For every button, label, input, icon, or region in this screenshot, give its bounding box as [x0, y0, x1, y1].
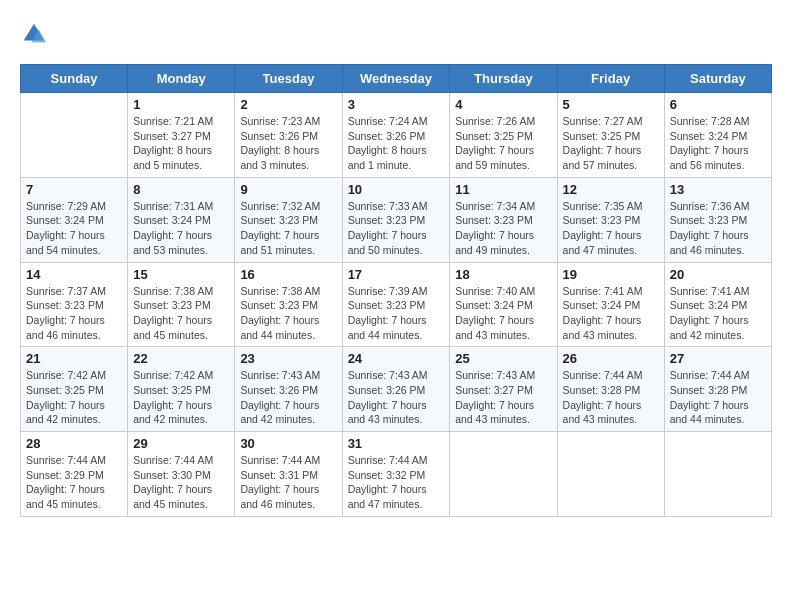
day-info: Sunrise: 7:44 AM Sunset: 3:28 PM Dayligh… [670, 368, 766, 427]
day-number: 27 [670, 351, 766, 366]
weekday-header-wednesday: Wednesday [342, 65, 450, 93]
day-number: 6 [670, 97, 766, 112]
day-info: Sunrise: 7:38 AM Sunset: 3:23 PM Dayligh… [133, 284, 229, 343]
day-info: Sunrise: 7:36 AM Sunset: 3:23 PM Dayligh… [670, 199, 766, 258]
day-number: 7 [26, 182, 122, 197]
calendar-cell: 29Sunrise: 7:44 AM Sunset: 3:30 PM Dayli… [128, 432, 235, 517]
day-number: 15 [133, 267, 229, 282]
day-number: 28 [26, 436, 122, 451]
day-info: Sunrise: 7:43 AM Sunset: 3:26 PM Dayligh… [240, 368, 336, 427]
day-info: Sunrise: 7:41 AM Sunset: 3:24 PM Dayligh… [670, 284, 766, 343]
calendar-table: SundayMondayTuesdayWednesdayThursdayFrid… [20, 64, 772, 517]
day-number: 24 [348, 351, 445, 366]
day-number: 8 [133, 182, 229, 197]
calendar-cell: 13Sunrise: 7:36 AM Sunset: 3:23 PM Dayli… [664, 177, 771, 262]
day-number: 14 [26, 267, 122, 282]
calendar-week-3: 14Sunrise: 7:37 AM Sunset: 3:23 PM Dayli… [21, 262, 772, 347]
day-info: Sunrise: 7:43 AM Sunset: 3:27 PM Dayligh… [455, 368, 551, 427]
calendar-week-5: 28Sunrise: 7:44 AM Sunset: 3:29 PM Dayli… [21, 432, 772, 517]
weekday-header-monday: Monday [128, 65, 235, 93]
day-number: 4 [455, 97, 551, 112]
day-number: 13 [670, 182, 766, 197]
day-number: 3 [348, 97, 445, 112]
calendar-cell: 24Sunrise: 7:43 AM Sunset: 3:26 PM Dayli… [342, 347, 450, 432]
calendar-cell: 20Sunrise: 7:41 AM Sunset: 3:24 PM Dayli… [664, 262, 771, 347]
day-number: 5 [563, 97, 659, 112]
calendar-cell: 23Sunrise: 7:43 AM Sunset: 3:26 PM Dayli… [235, 347, 342, 432]
day-number: 30 [240, 436, 336, 451]
day-info: Sunrise: 7:31 AM Sunset: 3:24 PM Dayligh… [133, 199, 229, 258]
calendar-cell: 15Sunrise: 7:38 AM Sunset: 3:23 PM Dayli… [128, 262, 235, 347]
calendar-cell: 3Sunrise: 7:24 AM Sunset: 3:26 PM Daylig… [342, 93, 450, 178]
logo [20, 20, 52, 48]
day-info: Sunrise: 7:28 AM Sunset: 3:24 PM Dayligh… [670, 114, 766, 173]
day-info: Sunrise: 7:26 AM Sunset: 3:25 PM Dayligh… [455, 114, 551, 173]
calendar-week-1: 1Sunrise: 7:21 AM Sunset: 3:27 PM Daylig… [21, 93, 772, 178]
day-info: Sunrise: 7:23 AM Sunset: 3:26 PM Dayligh… [240, 114, 336, 173]
calendar-cell: 11Sunrise: 7:34 AM Sunset: 3:23 PM Dayli… [450, 177, 557, 262]
calendar-cell: 6Sunrise: 7:28 AM Sunset: 3:24 PM Daylig… [664, 93, 771, 178]
calendar-week-2: 7Sunrise: 7:29 AM Sunset: 3:24 PM Daylig… [21, 177, 772, 262]
day-info: Sunrise: 7:33 AM Sunset: 3:23 PM Dayligh… [348, 199, 445, 258]
day-info: Sunrise: 7:44 AM Sunset: 3:31 PM Dayligh… [240, 453, 336, 512]
day-number: 1 [133, 97, 229, 112]
day-number: 19 [563, 267, 659, 282]
calendar-cell: 27Sunrise: 7:44 AM Sunset: 3:28 PM Dayli… [664, 347, 771, 432]
calendar-cell: 4Sunrise: 7:26 AM Sunset: 3:25 PM Daylig… [450, 93, 557, 178]
day-info: Sunrise: 7:34 AM Sunset: 3:23 PM Dayligh… [455, 199, 551, 258]
day-info: Sunrise: 7:41 AM Sunset: 3:24 PM Dayligh… [563, 284, 659, 343]
calendar-cell: 30Sunrise: 7:44 AM Sunset: 3:31 PM Dayli… [235, 432, 342, 517]
day-info: Sunrise: 7:37 AM Sunset: 3:23 PM Dayligh… [26, 284, 122, 343]
calendar-cell: 2Sunrise: 7:23 AM Sunset: 3:26 PM Daylig… [235, 93, 342, 178]
day-number: 10 [348, 182, 445, 197]
day-number: 20 [670, 267, 766, 282]
calendar-cell: 7Sunrise: 7:29 AM Sunset: 3:24 PM Daylig… [21, 177, 128, 262]
day-number: 2 [240, 97, 336, 112]
calendar-cell: 22Sunrise: 7:42 AM Sunset: 3:25 PM Dayli… [128, 347, 235, 432]
day-info: Sunrise: 7:44 AM Sunset: 3:29 PM Dayligh… [26, 453, 122, 512]
calendar-cell [450, 432, 557, 517]
calendar-cell: 28Sunrise: 7:44 AM Sunset: 3:29 PM Dayli… [21, 432, 128, 517]
calendar-cell: 10Sunrise: 7:33 AM Sunset: 3:23 PM Dayli… [342, 177, 450, 262]
calendar-cell: 12Sunrise: 7:35 AM Sunset: 3:23 PM Dayli… [557, 177, 664, 262]
weekday-header-sunday: Sunday [21, 65, 128, 93]
calendar-cell: 17Sunrise: 7:39 AM Sunset: 3:23 PM Dayli… [342, 262, 450, 347]
calendar-cell: 31Sunrise: 7:44 AM Sunset: 3:32 PM Dayli… [342, 432, 450, 517]
day-info: Sunrise: 7:43 AM Sunset: 3:26 PM Dayligh… [348, 368, 445, 427]
day-number: 29 [133, 436, 229, 451]
day-info: Sunrise: 7:42 AM Sunset: 3:25 PM Dayligh… [133, 368, 229, 427]
calendar-cell: 8Sunrise: 7:31 AM Sunset: 3:24 PM Daylig… [128, 177, 235, 262]
calendar-cell: 21Sunrise: 7:42 AM Sunset: 3:25 PM Dayli… [21, 347, 128, 432]
day-info: Sunrise: 7:35 AM Sunset: 3:23 PM Dayligh… [563, 199, 659, 258]
calendar-cell: 19Sunrise: 7:41 AM Sunset: 3:24 PM Dayli… [557, 262, 664, 347]
calendar-cell: 26Sunrise: 7:44 AM Sunset: 3:28 PM Dayli… [557, 347, 664, 432]
calendar-cell: 1Sunrise: 7:21 AM Sunset: 3:27 PM Daylig… [128, 93, 235, 178]
day-info: Sunrise: 7:27 AM Sunset: 3:25 PM Dayligh… [563, 114, 659, 173]
day-info: Sunrise: 7:21 AM Sunset: 3:27 PM Dayligh… [133, 114, 229, 173]
day-number: 16 [240, 267, 336, 282]
day-info: Sunrise: 7:44 AM Sunset: 3:30 PM Dayligh… [133, 453, 229, 512]
day-info: Sunrise: 7:29 AM Sunset: 3:24 PM Dayligh… [26, 199, 122, 258]
weekday-header-thursday: Thursday [450, 65, 557, 93]
day-info: Sunrise: 7:24 AM Sunset: 3:26 PM Dayligh… [348, 114, 445, 173]
logo-icon [20, 20, 48, 48]
day-info: Sunrise: 7:44 AM Sunset: 3:28 PM Dayligh… [563, 368, 659, 427]
calendar-cell: 16Sunrise: 7:38 AM Sunset: 3:23 PM Dayli… [235, 262, 342, 347]
calendar-week-4: 21Sunrise: 7:42 AM Sunset: 3:25 PM Dayli… [21, 347, 772, 432]
calendar-cell: 25Sunrise: 7:43 AM Sunset: 3:27 PM Dayli… [450, 347, 557, 432]
calendar-cell [664, 432, 771, 517]
day-number: 26 [563, 351, 659, 366]
calendar-cell: 18Sunrise: 7:40 AM Sunset: 3:24 PM Dayli… [450, 262, 557, 347]
day-number: 18 [455, 267, 551, 282]
day-info: Sunrise: 7:39 AM Sunset: 3:23 PM Dayligh… [348, 284, 445, 343]
day-info: Sunrise: 7:32 AM Sunset: 3:23 PM Dayligh… [240, 199, 336, 258]
day-number: 21 [26, 351, 122, 366]
day-info: Sunrise: 7:40 AM Sunset: 3:24 PM Dayligh… [455, 284, 551, 343]
day-number: 25 [455, 351, 551, 366]
day-info: Sunrise: 7:42 AM Sunset: 3:25 PM Dayligh… [26, 368, 122, 427]
day-info: Sunrise: 7:38 AM Sunset: 3:23 PM Dayligh… [240, 284, 336, 343]
calendar-cell: 5Sunrise: 7:27 AM Sunset: 3:25 PM Daylig… [557, 93, 664, 178]
day-info: Sunrise: 7:44 AM Sunset: 3:32 PM Dayligh… [348, 453, 445, 512]
calendar-cell [557, 432, 664, 517]
calendar-cell [21, 93, 128, 178]
